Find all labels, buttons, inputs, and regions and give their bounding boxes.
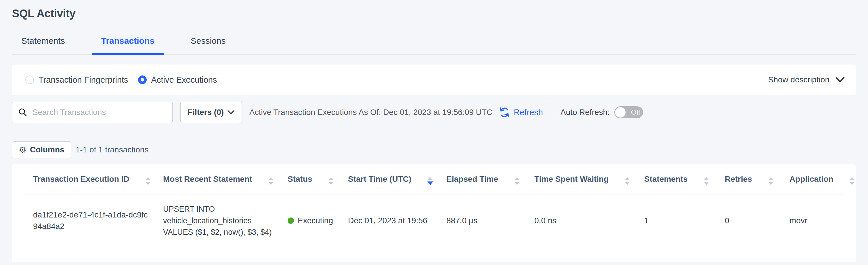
sort-icon[interactable] (625, 177, 630, 185)
search-box[interactable] (12, 102, 173, 123)
table-header-row: Transaction Execution ID Most Recent Sta… (24, 164, 844, 194)
columns-button[interactable]: ⚙ Columns (12, 141, 71, 158)
status-cell: Executing (288, 216, 333, 225)
tab-bar: Statements Transactions Sessions (12, 36, 856, 55)
as-of-timestamp: Active Transaction Executions As Of: Dec… (249, 108, 492, 117)
search-icon (18, 108, 27, 117)
filters-label: Filters (0) (188, 108, 224, 117)
view-mode-card: Transaction Fingerprints Active Executio… (12, 64, 856, 95)
radio-active-executions[interactable]: Active Executions (138, 75, 217, 85)
column-header-time-spent-waiting[interactable]: Time Spent Waiting (525, 164, 635, 194)
auto-refresh-label: Auto Refresh: (561, 108, 610, 117)
chevron-down-icon (227, 110, 235, 115)
search-input[interactable] (32, 108, 167, 117)
result-count: 1-1 of 1 transactions (75, 145, 149, 154)
gear-icon: ⚙ (19, 145, 27, 155)
sort-icon-active-desc[interactable] (427, 177, 433, 185)
page-title: SQL Activity (12, 0, 856, 20)
transactions-table-card: Transaction Execution ID Most Recent Sta… (12, 164, 856, 262)
column-header-application[interactable]: Application (780, 164, 844, 194)
radio-selected-icon[interactable] (138, 76, 147, 84)
sql-activity-page: SQL Activity Statements Transactions Ses… (0, 0, 868, 262)
refresh-button[interactable]: Refresh (499, 107, 543, 118)
time-spent-waiting-cell: 0.0 ns (525, 194, 635, 247)
show-description-label[interactable]: Show description (768, 75, 830, 84)
status-label: Executing (298, 216, 333, 225)
radio-label[interactable]: Transaction Fingerprints (38, 75, 128, 85)
toggle-knob (615, 107, 625, 117)
refresh-label[interactable]: Refresh (514, 108, 543, 117)
table-row[interactable]: da1f21e2-de71-4c1f-a1da-dc9fc94a84a2 UPS… (24, 194, 844, 247)
refresh-icon (499, 107, 510, 118)
application-cell: movr (780, 194, 844, 247)
column-header-elapsed-time[interactable]: Elapsed Time (437, 164, 525, 194)
most-recent-statement: UPSERT INTO vehicle_location_histories V… (163, 203, 272, 238)
column-header-retries[interactable]: Retries (715, 164, 780, 194)
statements-count-cell: 1 (635, 194, 715, 247)
sort-icon[interactable] (268, 177, 274, 185)
elapsed-time-cell: 887.0 µs (437, 194, 525, 247)
sort-icon[interactable] (768, 177, 773, 185)
sort-icon[interactable] (704, 177, 709, 185)
radio-transaction-fingerprints[interactable]: Transaction Fingerprints (25, 75, 128, 85)
column-header-status[interactable]: Status (278, 164, 339, 194)
sort-icon[interactable] (329, 177, 334, 185)
columns-button-label: Columns (30, 145, 64, 154)
column-header-transaction-execution-id[interactable]: Transaction Execution ID (24, 164, 154, 194)
columns-row: ⚙ Columns 1-1 of 1 transactions (12, 141, 856, 158)
filters-button[interactable]: Filters (0) (180, 102, 242, 123)
retries-cell: 0 (715, 194, 780, 247)
sort-icon[interactable] (849, 177, 855, 185)
tab-statements[interactable]: Statements (12, 36, 74, 55)
show-description-toggle[interactable]: Show description (768, 75, 845, 84)
sort-icon[interactable] (146, 177, 151, 185)
column-header-most-recent-statement[interactable]: Most Recent Statement (154, 164, 278, 194)
executing-status-dot-icon (288, 217, 294, 224)
radio-label[interactable]: Active Executions (151, 75, 217, 85)
controls-row: Filters (0) Active Transaction Execution… (12, 102, 856, 123)
radio-unselected-icon[interactable] (25, 76, 34, 84)
auto-refresh-toggle[interactable]: Off (614, 106, 643, 118)
tab-sessions[interactable]: Sessions (182, 36, 235, 55)
column-header-start-time[interactable]: Start Time (UTC) (339, 164, 437, 194)
column-header-statements[interactable]: Statements (635, 164, 715, 194)
sort-icon[interactable] (514, 177, 520, 185)
toggle-state-label: Off (628, 108, 643, 116)
start-time-cell: Dec 01, 2023 at 19:56 (339, 194, 437, 247)
vertical-divider (552, 103, 552, 122)
transaction-execution-id[interactable]: da1f21e2-de71-4c1f-a1da-dc9fc94a84a2 (33, 209, 148, 232)
tab-transactions[interactable]: Transactions (92, 36, 164, 55)
chevron-down-icon (835, 77, 845, 83)
transactions-table: Transaction Execution ID Most Recent Sta… (24, 164, 844, 247)
